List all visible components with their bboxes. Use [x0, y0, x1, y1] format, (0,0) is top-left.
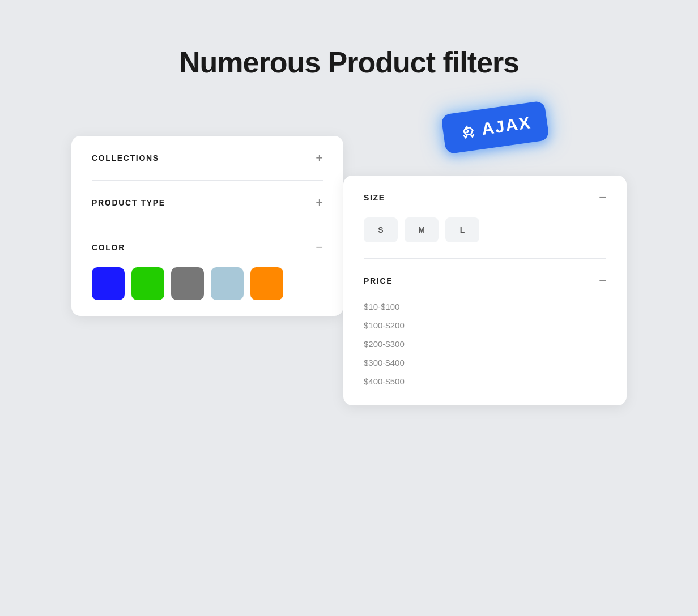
- ajax-badge-inner: ♻ AJAX: [441, 101, 550, 155]
- color-toggle[interactable]: −: [316, 241, 323, 254]
- size-label: SIZE: [364, 193, 385, 202]
- price-range-4[interactable]: $300-$400: [364, 354, 606, 371]
- page-title: Numerous Product filters: [179, 45, 519, 79]
- ajax-label: AJAX: [480, 113, 533, 139]
- price-list: $10-$100 $100-$200 $200-$300 $300-$400 $…: [364, 298, 606, 390]
- size-btn-s[interactable]: S: [364, 217, 398, 242]
- collections-section: COLLECTIONS +: [71, 136, 343, 180]
- color-swatch-lightblue[interactable]: [211, 267, 244, 300]
- collections-header[interactable]: COLLECTIONS +: [92, 152, 323, 164]
- product-type-section: PRODUCT TYPE +: [71, 181, 343, 225]
- size-header[interactable]: SIZE −: [364, 191, 606, 204]
- price-header[interactable]: PRICE −: [364, 275, 606, 287]
- price-section: PRICE − $10-$100 $100-$200 $200-$300 $30…: [343, 259, 627, 405]
- ajax-badge: ♻ AJAX: [441, 101, 550, 155]
- color-section: COLOR −: [71, 225, 343, 316]
- color-swatch-gray[interactable]: [171, 267, 204, 300]
- product-type-label: PRODUCT TYPE: [92, 198, 165, 207]
- right-filter-card: SIZE − S M L PRICE − $10-$100 $100-$200 …: [343, 176, 627, 405]
- color-swatches: [92, 267, 323, 300]
- color-header[interactable]: COLOR −: [92, 241, 323, 254]
- price-range-1[interactable]: $10-$100: [364, 298, 606, 315]
- cards-container: COLLECTIONS + PRODUCT TYPE + COLOR −: [71, 113, 627, 521]
- price-label: PRICE: [364, 276, 393, 285]
- size-section: SIZE − S M L: [343, 176, 627, 258]
- collections-label: COLLECTIONS: [92, 153, 159, 162]
- price-range-3[interactable]: $200-$300: [364, 336, 606, 352]
- price-range-5[interactable]: $400-$500: [364, 373, 606, 390]
- size-btn-l[interactable]: L: [445, 217, 479, 242]
- product-type-header[interactable]: PRODUCT TYPE +: [92, 196, 323, 209]
- svg-text:♻: ♻: [462, 126, 470, 136]
- color-swatch-green[interactable]: [131, 267, 164, 300]
- color-swatch-orange[interactable]: [250, 267, 283, 300]
- size-buttons: S M L: [364, 217, 606, 242]
- size-btn-m[interactable]: M: [405, 217, 439, 242]
- color-swatch-blue[interactable]: [92, 267, 125, 300]
- collections-toggle[interactable]: +: [316, 152, 323, 164]
- left-filter-card: COLLECTIONS + PRODUCT TYPE + COLOR −: [71, 136, 343, 316]
- size-toggle[interactable]: −: [599, 191, 606, 204]
- color-label: COLOR: [92, 243, 125, 252]
- price-toggle[interactable]: −: [599, 275, 606, 287]
- price-range-2[interactable]: $100-$200: [364, 317, 606, 333]
- ajax-recycle-icon: ♻: [458, 121, 478, 142]
- product-type-toggle[interactable]: +: [316, 196, 323, 209]
